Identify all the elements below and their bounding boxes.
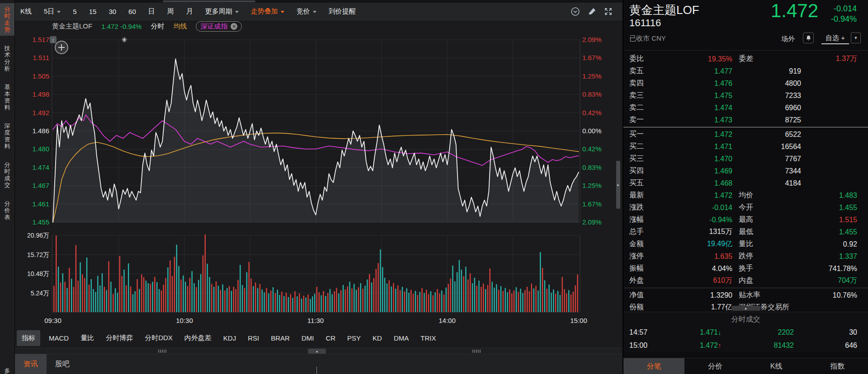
quote-panel: 黄金主题LOF 161116 已收市 CNY 1.472 -0.014 -0.9… (623, 0, 868, 374)
panel-tab-2[interactable]: K线 (746, 358, 807, 374)
add-watchlist-button[interactable]: 自选 + (821, 33, 849, 44)
quote-panel-tabbar: 分笔分价K线指数 (623, 358, 868, 374)
ask-row-4[interactable]: 卖一1.4738725 (623, 114, 868, 126)
sidebar-item-0[interactable]: 分时走势 (0, 3, 14, 36)
ask-row-1[interactable]: 卖四1.4764800 (623, 77, 868, 89)
price-axis-label: 1.498 (15, 90, 49, 98)
watchlist-dropdown-button[interactable]: ▼ (851, 33, 861, 43)
news-tab-1[interactable]: 股吧 (47, 354, 78, 374)
tick-trades-rows: 14:571.471↓22023015:001.472↑81432646 (623, 326, 868, 352)
indicator-tab-6[interactable]: RSI (248, 334, 259, 342)
bid-row-3[interactable]: 买四1.4697344 (623, 165, 868, 177)
bid-row-1[interactable]: 买二1.47116564 (623, 140, 868, 153)
alert-bell-button[interactable] (803, 33, 814, 43)
diff-label: 委差 (739, 54, 753, 64)
indicator-tab-9[interactable]: CR (326, 334, 335, 342)
tick-row-0: 14:571.471↓220230 (623, 326, 868, 339)
panel-tab-3[interactable]: 指数 (807, 358, 868, 374)
price-change: -0.014 (831, 4, 857, 14)
zoom-in-icon[interactable] (55, 41, 68, 54)
volume-axis-label: 20.96万 (15, 232, 49, 240)
intraday-chart[interactable] (15, 0, 623, 316)
pane-splitter[interactable]: ▲ (15, 348, 623, 354)
panel-tab-0[interactable]: 分笔 (623, 358, 684, 374)
indicator-tab-12[interactable]: DMA (394, 334, 409, 342)
time-axis-label: 09:30 (44, 317, 61, 324)
price-axis-label: 1.486 (15, 127, 49, 135)
time-axis-label: 15:00 (570, 317, 587, 324)
indicator-tab-3[interactable]: 分时DDX (145, 334, 173, 342)
tick-up-arrow-icon: ↑ (718, 341, 726, 349)
indicator-tab-5[interactable]: KDJ (223, 334, 236, 342)
indicator-tab-11[interactable]: KD (373, 334, 382, 342)
ask-row-0[interactable]: 卖五1.477919 (623, 65, 868, 77)
stats-row-4: 金额19.49亿量比0.92 (623, 238, 868, 250)
stats-row-8: 净值1.3290贴水率10.76% (623, 289, 868, 301)
price-axis-label: 1.467 (15, 182, 49, 189)
stats-row-3: 总手1315万最低1.455 (623, 226, 868, 238)
stats-collapse-button[interactable]: ▲ (731, 306, 760, 311)
stats-row-6: 振幅4.04%换手741.78% (623, 262, 868, 275)
pct-axis-label: 0.42% (582, 109, 602, 117)
time-axis-label: 10:30 (176, 317, 193, 324)
stats-row-7: 外盘610万内盘704万 (623, 275, 868, 287)
news-tab-0[interactable]: 资讯 (15, 354, 47, 374)
bottom-drag-tick (316, 367, 317, 374)
indicator-tab-selected[interactable]: 指标 (17, 330, 40, 346)
panel-collapse-handle[interactable]: ▸ (616, 161, 620, 209)
quote-stats: 最新1.472均价1.483涨跌-0.014今开1.455涨幅-0.94%最高1… (623, 189, 868, 313)
indicator-tab-0[interactable]: MACD (49, 334, 69, 342)
splitter-collapse-button[interactable]: ▲ (308, 349, 326, 354)
ratio-label: 委比 (629, 54, 668, 64)
price-axis-label: 1.461 (15, 200, 49, 208)
sidebar-item-6[interactable]: 多 (0, 365, 14, 374)
pct-axis-label: 1.25% (582, 182, 602, 189)
tick-trades-panel: 分时成交 14:571.471↓22023015:001.472↑8143264… (623, 312, 868, 352)
sidebar-item-3[interactable]: 深度资料 (0, 120, 14, 152)
indicator-tab-4[interactable]: 内外盘差 (184, 334, 212, 342)
stats-row-2: 涨幅-0.94%最高1.515 (623, 214, 868, 226)
stats-row-5: 涨停1.635跌停1.337 (623, 250, 868, 262)
axis-updown-icon[interactable]: ↕ (50, 36, 57, 43)
splitter-grip-right[interactable] (472, 350, 481, 353)
trading-app: 分时走势技术分析基本资料深度资料分时成交分价表多 K线5日5153060日周月更… (0, 0, 868, 374)
pct-axis-label: 0.83% (582, 164, 602, 171)
volume-axis-label: 5.24万 (15, 290, 49, 298)
sidebar-item-2[interactable]: 基本资料 (0, 81, 14, 113)
pct-axis-label: 0.83% (582, 90, 602, 98)
time-axis-label: 11:30 (307, 317, 324, 324)
indicator-tab-13[interactable]: TRIX (420, 334, 436, 342)
ask-row-3[interactable]: 卖二1.4746960 (623, 102, 868, 114)
time-axis-label: 14:00 (439, 317, 456, 324)
tick-trades-title: 分时成交 (623, 312, 868, 326)
sparkle-icon (122, 36, 127, 44)
price-axis-label: 1.517 (15, 36, 49, 43)
bid-row-4[interactable]: 买五1.4684184 (623, 177, 868, 189)
last-price: 1.472 (771, 0, 818, 22)
indicator-tab-8[interactable]: DMI (302, 334, 314, 342)
panel-tab-1[interactable]: 分价 (684, 358, 745, 374)
bid-row-2[interactable]: 买三1.4707767 (623, 153, 868, 165)
indicator-tab-10[interactable]: PSY (347, 334, 361, 342)
bid-row-0[interactable]: 买一1.4726522 (623, 128, 868, 140)
indicator-tab-1[interactable]: 量比 (80, 334, 94, 342)
market-type-label: 场外 (781, 35, 795, 43)
pct-axis-label: 2.09% (582, 36, 602, 43)
splitter-grip-left[interactable] (158, 350, 166, 353)
chart-section: K线5日5153060日周月更多周期走势叠加竞价到价提醒 黄金主题LOF 1.4… (15, 0, 623, 374)
sidebar-item-1[interactable]: 技术分析 (0, 42, 14, 75)
sidebar-item-4[interactable]: 分时成交 (0, 159, 14, 191)
pct-axis-label: 1.67% (582, 200, 602, 208)
indicator-tabbar: 指标MACD量比分时博弈分时DDX内外盘差KDJRSIBRARDMICRPSYK… (15, 328, 623, 348)
symbol-code: 161116 (629, 17, 661, 29)
diff-value: 1.37万 (753, 54, 857, 64)
indicator-tab-2[interactable]: 分时博弈 (106, 334, 133, 342)
ask-row-2[interactable]: 卖三1.4757233 (623, 89, 868, 102)
price-change-pct: -0.94% (831, 14, 857, 24)
volume-axis-label: 15.72万 (15, 251, 49, 259)
indicator-tab-7[interactable]: BRAR (271, 334, 290, 342)
price-axis-label: 1.505 (15, 72, 49, 80)
symbol-name: 黄金主题LOF (629, 2, 699, 18)
sidebar-item-5[interactable]: 分价表 (0, 197, 14, 223)
pct-axis-label: 1.67% (582, 54, 602, 61)
